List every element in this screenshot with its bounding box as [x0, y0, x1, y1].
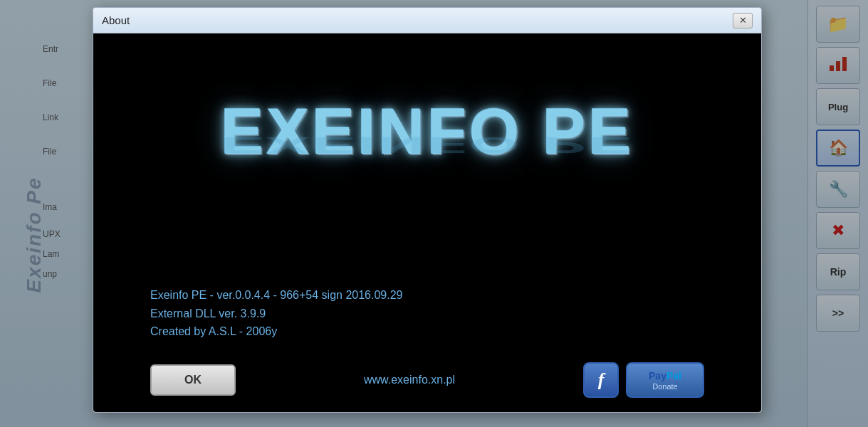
facebook-button[interactable]: f: [583, 362, 619, 398]
paypal-logo: PayPal: [649, 370, 681, 381]
bottom-bar: OK www.exeinfo.xn.pl f PayPal Donate: [93, 355, 761, 412]
dialog-close-button[interactable]: ✕: [733, 13, 753, 28]
info-line-1: Exeinfo PE - ver.0.0.4.4 - 966+54 sign 2…: [150, 286, 402, 305]
logo-reflection: EXEINFO PE: [221, 132, 634, 158]
paypal-donate-label: Donate: [652, 382, 677, 391]
social-buttons: f PayPal Donate: [583, 362, 704, 398]
info-section: Exeinfo PE - ver.0.0.4.4 - 966+54 sign 2…: [93, 279, 761, 355]
dialog-content: EXEINFO PE EXEINFO PE Exeinfo PE - ver.0…: [93, 33, 761, 412]
about-dialog: About ✕ EXEINFO PE EXEINFO PE Exeinfo PE…: [93, 7, 762, 413]
dialog-titlebar: About ✕: [93, 8, 761, 33]
ok-button[interactable]: OK: [150, 364, 236, 396]
paypal-button[interactable]: PayPal Donate: [626, 362, 704, 398]
info-line-3: Created by A.S.L - 2006y: [150, 322, 277, 341]
info-line-2: External DLL ver. 3.9.9: [150, 305, 266, 323]
website-link[interactable]: www.exeinfo.xn.pl: [364, 374, 455, 386]
dialog-title: About: [102, 14, 733, 26]
facebook-icon: f: [598, 369, 605, 391]
logo-area: EXEINFO PE EXEINFO PE: [93, 33, 761, 279]
